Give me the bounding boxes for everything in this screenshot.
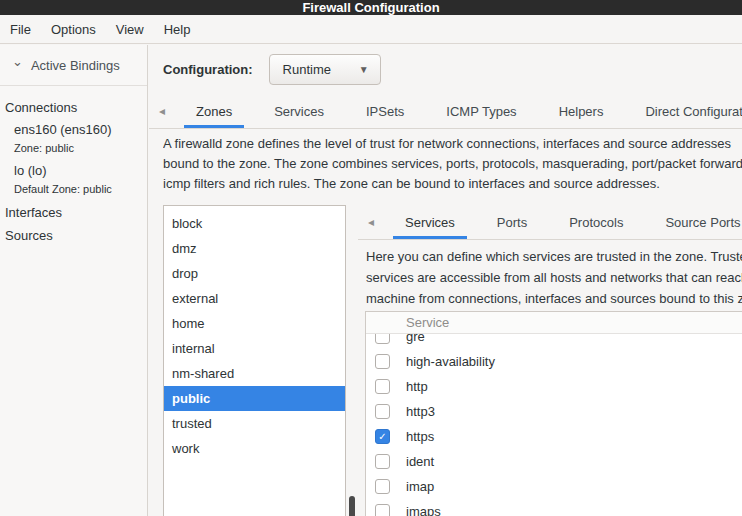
tab-scroll-left-icon[interactable]: ◂ <box>358 205 384 239</box>
tab-icmp-types[interactable]: ICMP Types <box>425 94 537 128</box>
service-row-ident[interactable]: ident <box>366 449 742 474</box>
menu-view[interactable]: View <box>108 17 152 42</box>
tree-item-connections[interactable]: Connections <box>5 96 147 119</box>
chevron-down-icon: ▼ <box>359 64 369 75</box>
services-table: Service gre high-availability http <box>365 311 742 516</box>
active-bindings-panel: ⌄ Active Bindings Connections ens160 (en… <box>0 45 148 516</box>
service-row-https[interactable]: ✓ https <box>366 424 742 449</box>
tab-direct-configuration[interactable]: Direct Configuration <box>624 94 742 128</box>
window-title: Firewall Configuration <box>302 0 439 15</box>
firewall-configuration-window: Firewall Configuration File Options View… <box>0 0 742 516</box>
service-checkbox[interactable] <box>375 404 390 419</box>
zone-list-scrollbar[interactable] <box>349 496 355 516</box>
service-row-imap[interactable]: imap <box>366 474 742 499</box>
configuration-label: Configuration: <box>163 62 253 77</box>
service-checkbox[interactable] <box>375 454 390 469</box>
zone-tab-source-ports[interactable]: Source Ports <box>644 205 742 239</box>
zone-item-public[interactable]: public <box>164 386 345 411</box>
menu-file[interactable]: File <box>2 17 39 42</box>
service-checkbox[interactable] <box>375 379 390 394</box>
zone-item-work[interactable]: work <box>164 436 345 461</box>
service-column-header: Service <box>402 315 449 330</box>
configuration-dropdown[interactable]: Runtime ▼ <box>269 54 381 85</box>
tab-ipsets[interactable]: IPSets <box>345 94 425 128</box>
connection-name: lo (lo) <box>14 160 147 181</box>
zone-item-block[interactable]: block <box>164 211 345 236</box>
services-table-header: Service <box>366 312 742 334</box>
service-checkbox[interactable] <box>375 479 390 494</box>
service-checkbox[interactable] <box>375 504 390 516</box>
bindings-tree: Connections ens160 (ens160) Zone: public… <box>0 86 147 247</box>
menu-help[interactable]: Help <box>156 17 199 42</box>
services-table-body: gre high-availability http http3 <box>366 334 742 516</box>
zone-item-trusted[interactable]: trusted <box>164 411 345 436</box>
service-row-imaps[interactable]: imaps <box>366 499 742 516</box>
zone-item-dmz[interactable]: dmz <box>164 236 345 261</box>
connection-zone: Zone: public <box>14 140 147 160</box>
menu-options[interactable]: Options <box>43 17 104 42</box>
service-checkbox-checked[interactable]: ✓ <box>375 429 390 444</box>
main-area: Configuration: Runtime ▼ ◂ Zones Service… <box>149 45 742 516</box>
active-bindings-expander[interactable]: ⌄ Active Bindings <box>0 45 147 86</box>
service-row-high-availability[interactable]: high-availability <box>366 349 742 374</box>
menubar: File Options View Help <box>0 15 742 44</box>
tab-helpers[interactable]: Helpers <box>538 94 625 128</box>
zone-list: block dmz drop external home internal nm… <box>163 205 346 516</box>
check-icon: ✓ <box>378 431 386 442</box>
service-row-http[interactable]: http <box>366 374 742 399</box>
active-bindings-label: Active Bindings <box>31 58 120 73</box>
zone-tab-protocols[interactable]: Protocols <box>548 205 644 239</box>
connection-zone: Default Zone: public <box>14 181 147 201</box>
tree-item-ens160[interactable]: ens160 (ens160) Zone: public <box>5 119 147 160</box>
connection-name: ens160 (ens160) <box>14 119 147 140</box>
tree-item-interfaces[interactable]: Interfaces <box>5 201 147 224</box>
zone-detail-tabbar: ◂ Services Ports Protocols Source Ports <box>358 205 742 240</box>
zone-item-drop[interactable]: drop <box>164 261 345 286</box>
configuration-value: Runtime <box>283 62 331 77</box>
service-row-http3[interactable]: http3 <box>366 399 742 424</box>
titlebar: Firewall Configuration <box>0 0 742 15</box>
service-checkbox[interactable] <box>375 354 390 369</box>
zone-tab-ports[interactable]: Ports <box>476 205 548 239</box>
zone-item-nm-shared[interactable]: nm-shared <box>164 361 345 386</box>
tab-services[interactable]: Services <box>253 94 345 128</box>
configuration-row: Configuration: Runtime ▼ <box>149 45 742 94</box>
zone-item-external[interactable]: external <box>164 286 345 311</box>
service-row-gre[interactable]: gre <box>366 334 742 349</box>
tree-item-lo[interactable]: lo (lo) Default Zone: public <box>5 160 147 201</box>
tree-item-sources[interactable]: Sources <box>5 224 147 247</box>
services-description: Here you can define which services are t… <box>366 246 742 309</box>
service-checkbox[interactable] <box>375 334 390 344</box>
main-tabbar: ◂ Zones Services IPSets ICMP Types Helpe… <box>149 94 742 129</box>
tab-scroll-left-icon[interactable]: ◂ <box>149 94 175 128</box>
zone-item-internal[interactable]: internal <box>164 336 345 361</box>
tab-zones[interactable]: Zones <box>175 94 253 128</box>
zone-description: A firewalld zone defines the level of tr… <box>163 134 742 194</box>
zone-item-home[interactable]: home <box>164 311 345 336</box>
zone-tab-services[interactable]: Services <box>384 205 476 239</box>
chevron-down-icon: ⌄ <box>12 57 23 67</box>
zone-detail-panel: ◂ Services Ports Protocols Source Ports … <box>358 205 742 516</box>
